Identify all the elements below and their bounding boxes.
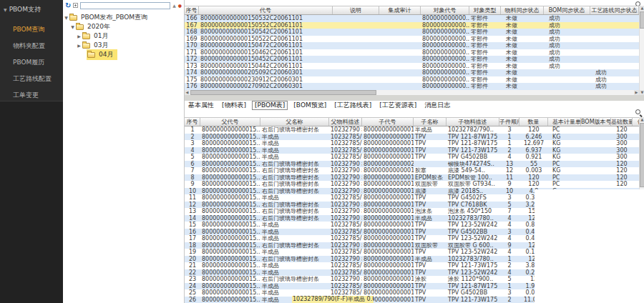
- sidebar-item[interactable]: 工艺路线配置: [0, 71, 63, 87]
- cell: 成功: [544, 42, 590, 49]
- search-icon[interactable]: [635, 109, 643, 116]
- tab[interactable]: [工艺路线表]: [332, 101, 374, 109]
- scroll-up-icon[interactable]: ▲: [640, 6, 644, 11]
- table-row[interactable]: 167 8000000000000150552C20061101 8000000…: [185, 22, 639, 29]
- scrollbar-thumb[interactable]: [640, 123, 644, 187]
- table-row[interactable]: 170 8000000000000150472C20061101 8000000…: [185, 42, 639, 49]
- collapse-icon[interactable]: ▲: [172, 3, 176, 9]
- cell: 10232785/790(..: [329, 262, 362, 269]
- folder-icon: [82, 43, 90, 49]
- cell: 10232790 右后..: [329, 188, 362, 195]
- cell: 10232790 右后..: [329, 174, 362, 182]
- table-row[interactable]: 3 800000000000015.. 半成品 10232785/790(.. …: [185, 140, 639, 147]
- scroll-left-icon[interactable]: ◀: [185, 90, 190, 95]
- cell: 800000000000015..: [362, 262, 414, 269]
- cell: 167: [185, 22, 199, 29]
- cell: 14: [185, 215, 200, 222]
- table-row[interactable]: 174 8000000000000205092C20060301 8000000…: [185, 69, 639, 76]
- table-row[interactable]: 1 800000000000015.. 右后门玻璃导槽密封条 10232790 …: [185, 126, 639, 134]
- sidebar-item[interactable]: PBOM查询: [0, 21, 63, 38]
- table-row[interactable]: 168 8000000000000150542C20061101 8000000…: [185, 29, 639, 36]
- twisty-collapsed-icon[interactable]: ▶: [76, 43, 82, 48]
- cell: 800000000000015..: [362, 147, 414, 154]
- folder-icon: [69, 15, 77, 21]
- table-row[interactable]: 5 800000000000015.. 半成品 10232785/790(.. …: [185, 154, 639, 161]
- tab[interactable]: [PBOM表]: [252, 101, 288, 110]
- marker-icon[interactable]: ●: [178, 3, 182, 9]
- tab[interactable]: 消息日志: [422, 101, 452, 109]
- cell: 800000000000015..: [200, 174, 260, 182]
- table-row[interactable]: 176 8000000000000270902C20060301 8000000…: [185, 83, 639, 90]
- cell: KG: [548, 140, 581, 147]
- cell: 10232785/790(..: [329, 140, 362, 147]
- tree-node-root[interactable]: ▼ PBOM发布_PBOM查询: [63, 13, 184, 22]
- tree-node-year[interactable]: ▼ 2020年: [63, 22, 184, 31]
- cell: 右后门玻璃导槽密封条: [260, 126, 329, 134]
- table-row[interactable]: 2 800000000000015.. 半成品 10232785/790(.. …: [185, 134, 639, 141]
- cell: KG: [548, 147, 581, 154]
- sidebar-item[interactable]: 物料夹配置: [0, 38, 63, 54]
- scroll-right-icon[interactable]: ▶: [634, 90, 639, 95]
- sidebar-header[interactable]: ▼PBOM支持: [0, 0, 63, 21]
- cell: 170: [185, 42, 199, 49]
- sidebar-item-label: PBOM履历: [13, 59, 44, 66]
- cell: 800000000000015..: [200, 167, 260, 174]
- cell: 4: [499, 249, 519, 256]
- cell: [590, 49, 639, 56]
- twisty-collapsed-icon[interactable]: ▶: [76, 34, 82, 39]
- cell: TPV: [414, 262, 447, 269]
- cell: 0.921: [519, 154, 548, 161]
- tree-node-month-03[interactable]: ▶ 03月: [63, 41, 184, 50]
- sidebar-item-label: 工艺路线配置: [13, 75, 52, 82]
- cell: 右后门玻璃导槽密封条: [260, 181, 329, 188]
- table-row[interactable]: 173 8000000000000150442C20061101 8000000…: [185, 63, 639, 70]
- cell: 800000000000015..: [362, 167, 414, 174]
- cell: 120: [519, 174, 548, 182]
- tree-node-month-04-selected[interactable]: 04月: [63, 50, 184, 59]
- panel-divider: [185, 95, 644, 101]
- scrollbar-thumb[interactable]: [640, 11, 644, 29]
- table-row[interactable]: 8 800000000000015.. 右后门玻璃导槽密封条 10232790 …: [185, 174, 639, 182]
- sidebar-item[interactable]: PBOM履历: [0, 54, 63, 71]
- table-row[interactable]: 9 800000000000015.. 右后门玻璃导槽密封条 10232790 …: [185, 181, 639, 188]
- cell: 成功: [544, 15, 590, 22]
- tab[interactable]: [BOM预览]: [291, 101, 328, 109]
- table-row[interactable]: 171 8000000000000150462C20061101 8000000…: [185, 49, 639, 56]
- scrollbar-thumb[interactable]: [190, 90, 376, 95]
- table-row[interactable]: 6 800000000000015.. 右后门玻璃导槽密封条 10232790 …: [185, 161, 639, 168]
- cell: 10232785/790(..: [329, 154, 362, 161]
- twisty-open-icon[interactable]: ▼: [63, 15, 69, 20]
- refresh-icon[interactable]: ↻: [65, 2, 71, 9]
- cell: 800000000000015..: [362, 188, 414, 195]
- cell: 半成品: [260, 235, 329, 242]
- cell: TPV: [414, 283, 447, 290]
- sidebar: ▼PBOM支持 PBOM查询 物料夹配置 PBOM履历 工艺路线配置 工单变更: [0, 0, 63, 303]
- cell: 800000000000...: [421, 42, 469, 49]
- horizontal-scrollbar[interactable]: ◀ ▶: [185, 90, 639, 95]
- cell: [379, 63, 421, 70]
- folder-icon: [76, 24, 84, 30]
- tab[interactable]: 基本属性: [186, 101, 216, 109]
- table-row[interactable]: 169 8000000000000150522C20061101 8000000…: [185, 36, 639, 43]
- cell: 8000000000000150462C20061101: [199, 49, 333, 56]
- twisty-open-icon[interactable]: ▼: [69, 24, 76, 29]
- cell: 10232785/790(..: [329, 222, 362, 229]
- vertical-scrollbar[interactable]: ▲ ▼: [639, 6, 644, 95]
- tree-search-input[interactable]: [80, 2, 170, 9]
- table-row[interactable]: 175 8000000000000230912C20060301 8000000…: [185, 76, 639, 84]
- expand-tree-icon[interactable]: [73, 3, 78, 8]
- table-row[interactable]: 172 8000000000000150452C20061101 8000000…: [185, 56, 639, 63]
- tab[interactable]: [工艺资源表]: [377, 101, 419, 109]
- tab[interactable]: [物料表]: [220, 101, 248, 109]
- table-row[interactable]: 4 800000000000015.. 半成品 10232785/790(.. …: [185, 147, 639, 154]
- sidebar-item[interactable]: 工单变更: [0, 87, 63, 104]
- cell: 8000000000000150442C20061101: [199, 63, 333, 70]
- cell: EPDM胶条: [414, 174, 447, 182]
- scroll-down-icon[interactable]: ▼: [640, 90, 644, 95]
- cell: 1: [499, 134, 519, 141]
- cell: 800000000000015..: [200, 276, 260, 283]
- table-row[interactable]: 7 800000000000015.. 右后门玻璃导槽密封条 10232790 …: [185, 167, 639, 174]
- tree-node-month-01[interactable]: ▶ 01月: [63, 31, 184, 41]
- scroll-up-icon[interactable]: ▲: [640, 117, 644, 122]
- table-row[interactable]: 166 8000000000000150532C20061101 8000000…: [185, 15, 639, 22]
